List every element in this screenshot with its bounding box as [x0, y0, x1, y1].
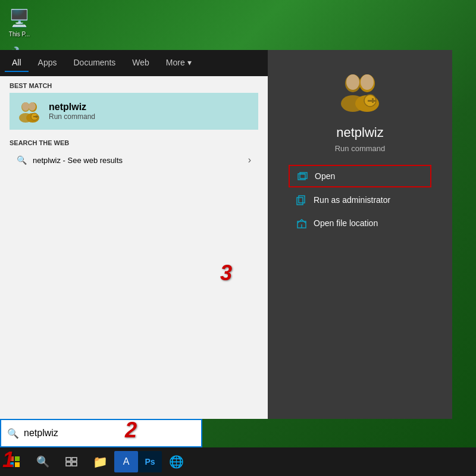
- web-search-text: netplwiz - See web results: [33, 156, 242, 165]
- tab-documents[interactable]: Documents: [66, 54, 123, 72]
- svg-rect-21: [297, 198, 303, 205]
- this-pc-label: This P...: [9, 31, 30, 37]
- svg-point-14: [361, 74, 374, 90]
- taskbar-photoshop-icon[interactable]: Ps: [138, 451, 162, 472]
- search-icon: 🔍: [17, 155, 27, 165]
- best-match-name: netplwiz: [49, 102, 95, 112]
- step-2-label: 2: [125, 418, 137, 443]
- web-search-query: netplwiz: [33, 156, 61, 165]
- svg-rect-31: [66, 462, 71, 466]
- svg-rect-6: [36, 115, 37, 118]
- tab-apps[interactable]: Apps: [31, 54, 64, 72]
- svg-rect-29: [66, 458, 71, 461]
- netplwiz-icon: [17, 99, 42, 124]
- svg-point-7: [22, 102, 29, 111]
- open-file-location-icon: [296, 218, 308, 229]
- open-label: Open: [315, 171, 335, 181]
- run-as-admin-button[interactable]: Run as administrator: [289, 190, 431, 211]
- taskbar-chrome-icon[interactable]: 🌐: [162, 447, 190, 476]
- web-search-suffix: - See web results: [61, 156, 123, 165]
- svg-rect-30: [72, 458, 77, 461]
- svg-point-8: [29, 102, 36, 111]
- svg-rect-32: [72, 462, 77, 466]
- open-icon: [297, 171, 309, 181]
- taskbar-task-view-icon[interactable]: [57, 447, 86, 476]
- svg-rect-17: [372, 98, 374, 103]
- right-panel: netplwiz Run command Open Run as adminis…: [268, 50, 452, 419]
- taskbar-app5-icon[interactable]: A: [114, 451, 138, 472]
- taskbar-search-icon[interactable]: 🔍: [29, 447, 57, 476]
- open-file-location-label: Open file location: [314, 218, 378, 228]
- desktop-icon-this-pc[interactable]: 🖥️ This P...: [2, 6, 37, 37]
- tab-all[interactable]: All: [5, 54, 29, 72]
- best-match-label: Best match: [10, 82, 258, 89]
- step-1-label: 1: [2, 447, 14, 472]
- this-pc-icon: 🖥️: [8, 6, 32, 30]
- run-as-admin-label: Run as administrator: [314, 195, 390, 205]
- right-panel-app-icon: [336, 68, 384, 115]
- filter-tabs: All Apps Documents Web More ▾: [0, 50, 268, 76]
- right-panel-app-name: netplwiz: [336, 125, 383, 140]
- search-results-panel: All Apps Documents Web More ▾ Best match: [0, 50, 268, 419]
- search-bar-icon: 🔍: [7, 428, 19, 439]
- right-panel-app-type: Run command: [335, 144, 386, 153]
- search-bar[interactable]: 🔍 netplwiz: [0, 419, 202, 447]
- tab-more[interactable]: More ▾: [159, 54, 199, 72]
- best-match-item[interactable]: netplwiz Run command: [10, 93, 258, 130]
- open-button[interactable]: Open: [289, 165, 431, 187]
- svg-rect-26: [15, 456, 20, 461]
- open-file-location-button[interactable]: Open file location: [289, 213, 431, 234]
- web-search-item[interactable]: 🔍 netplwiz - See web results ›: [10, 150, 258, 170]
- svg-rect-22: [299, 196, 305, 203]
- best-match-type: Run command: [49, 112, 95, 121]
- taskbar: 🔍 📁 A Ps 🌐: [0, 447, 476, 476]
- tab-web[interactable]: Web: [125, 54, 156, 72]
- web-search-arrow-icon: ›: [248, 155, 251, 165]
- run-as-admin-icon: [296, 195, 308, 206]
- web-search-label: Search the web: [10, 139, 258, 146]
- svg-point-13: [346, 74, 359, 90]
- best-match-section: Best match: [0, 76, 268, 133]
- step-3-label: 3: [220, 261, 232, 286]
- best-match-text: netplwiz Run command: [49, 102, 95, 121]
- search-input[interactable]: netplwiz: [24, 428, 195, 439]
- web-search-section: Search the web 🔍 netplwiz - See web resu…: [0, 133, 268, 174]
- svg-rect-28: [15, 462, 20, 467]
- taskbar-file-explorer-icon[interactable]: 📁: [86, 447, 114, 476]
